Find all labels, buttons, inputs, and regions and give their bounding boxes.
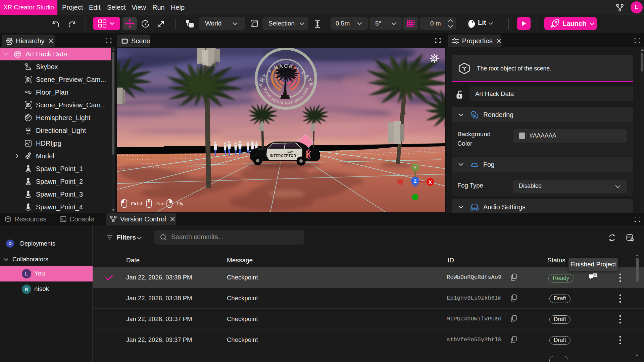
svg-text:Orbit: Orbit bbox=[131, 201, 142, 206]
svg-text:DATA: DATA bbox=[288, 151, 293, 153]
svg-text:Pan: Pan bbox=[155, 201, 165, 206]
svg-text:Y: Y bbox=[413, 165, 417, 170]
svg-text:X: X bbox=[429, 179, 432, 185]
svg-text:Z: Z bbox=[413, 178, 416, 184]
svg-text:Fly: Fly bbox=[177, 201, 184, 206]
svg-text:INTERCEPTOR: INTERCEPTOR bbox=[270, 154, 296, 158]
